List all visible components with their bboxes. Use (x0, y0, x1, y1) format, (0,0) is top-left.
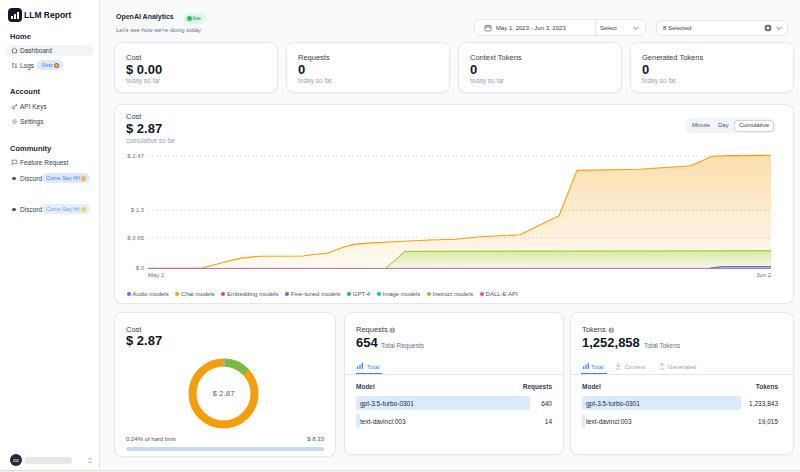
svg-text:$ 0: $ 0 (136, 265, 145, 271)
svg-text:$ 0.65: $ 0.65 (127, 235, 144, 241)
svg-text:$ 2.87: $ 2.87 (212, 389, 235, 398)
svg-text:$ 1.3: $ 1.3 (131, 207, 145, 213)
svg-text:May 1: May 1 (148, 272, 165, 278)
svg-text:$ 2.47: $ 2.47 (127, 153, 144, 159)
svg-text:Jun 2: Jun 2 (756, 272, 771, 278)
